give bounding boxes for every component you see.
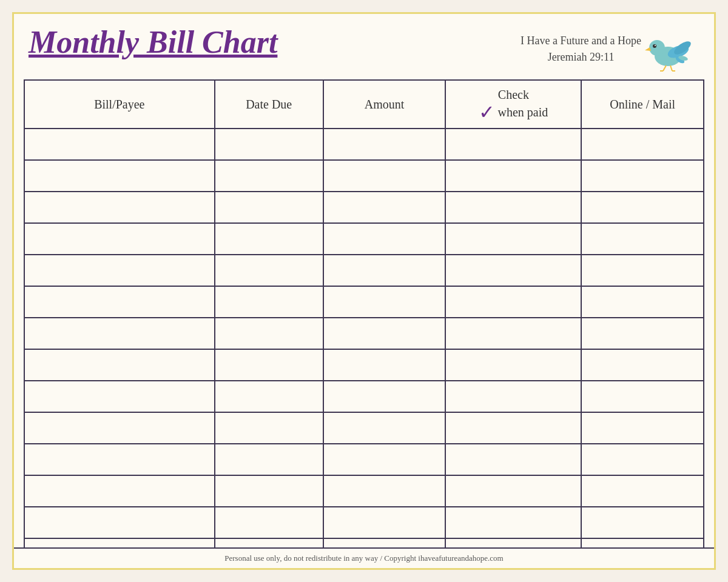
- table-row[interactable]: [24, 381, 704, 412]
- table-cell[interactable]: [323, 129, 446, 160]
- table-cell[interactable]: [215, 160, 323, 192]
- table-cell[interactable]: [24, 475, 215, 507]
- tagline-line1: I Have a Future and a Hope: [521, 35, 641, 47]
- table-cell[interactable]: [24, 381, 215, 412]
- table-cell[interactable]: [24, 444, 215, 475]
- page: Monthly Bill Chart I Have a Future and a…: [12, 12, 716, 570]
- col-header-amount: Amount: [323, 80, 446, 129]
- table-cell[interactable]: [215, 286, 323, 318]
- table-cell[interactable]: [215, 255, 323, 286]
- table-cell[interactable]: [24, 349, 215, 381]
- table-row[interactable]: [24, 129, 704, 160]
- table-cell[interactable]: [445, 255, 581, 286]
- table-cell[interactable]: [323, 318, 446, 349]
- table-cell[interactable]: [24, 507, 215, 538]
- table-cell[interactable]: [581, 412, 704, 444]
- table-row[interactable]: [24, 412, 704, 444]
- table-cell[interactable]: [24, 286, 215, 318]
- table-cell[interactable]: [581, 255, 704, 286]
- table-cell[interactable]: [24, 318, 215, 349]
- table-row[interactable]: [24, 160, 704, 192]
- table-row[interactable]: [24, 475, 704, 507]
- table-cell[interactable]: [323, 349, 446, 381]
- table-cell[interactable]: [581, 381, 704, 412]
- table-container: Bill/Payee Date Due Amount Check ✓ when …: [14, 79, 714, 547]
- table-row[interactable]: [24, 538, 704, 547]
- table-cell[interactable]: [581, 223, 704, 255]
- table-cell[interactable]: [445, 538, 581, 547]
- table-cell[interactable]: [445, 444, 581, 475]
- table-cell[interactable]: [445, 160, 581, 192]
- table-cell[interactable]: [323, 412, 446, 444]
- svg-point-4: [655, 45, 656, 46]
- table-cell[interactable]: [445, 129, 581, 160]
- table-cell[interactable]: [323, 160, 446, 192]
- check-header-top: Check: [498, 87, 529, 102]
- table-cell[interactable]: [581, 444, 704, 475]
- check-header-content: Check ✓ when paid: [446, 87, 581, 122]
- table-cell[interactable]: [581, 475, 704, 507]
- table-row[interactable]: [24, 444, 704, 475]
- table-cell[interactable]: [445, 507, 581, 538]
- table-row[interactable]: [24, 318, 704, 349]
- table-cell[interactable]: [215, 412, 323, 444]
- table-cell[interactable]: [215, 538, 323, 547]
- table-cell[interactable]: [323, 444, 446, 475]
- table-row[interactable]: [24, 507, 704, 538]
- table-cell[interactable]: [445, 475, 581, 507]
- svg-line-10: [670, 65, 672, 71]
- table-cell[interactable]: [215, 349, 323, 381]
- table-cell[interactable]: [581, 318, 704, 349]
- table-cell[interactable]: [24, 129, 215, 160]
- table-cell[interactable]: [581, 286, 704, 318]
- table-cell[interactable]: [215, 192, 323, 223]
- table-cell[interactable]: [581, 160, 704, 192]
- table-cell[interactable]: [24, 160, 215, 192]
- table-cell[interactable]: [445, 192, 581, 223]
- table-cell[interactable]: [323, 507, 446, 538]
- table-row[interactable]: [24, 286, 704, 318]
- table-cell[interactable]: [24, 538, 215, 547]
- table-cell[interactable]: [581, 538, 704, 547]
- col-header-bill: Bill/Payee: [24, 80, 215, 129]
- table-cell[interactable]: [24, 412, 215, 444]
- table-row[interactable]: [24, 192, 704, 223]
- table-cell[interactable]: [215, 444, 323, 475]
- table-cell[interactable]: [581, 507, 704, 538]
- header: Monthly Bill Chart I Have a Future and a…: [14, 14, 714, 79]
- table-cell[interactable]: [445, 412, 581, 444]
- table-cell[interactable]: [445, 223, 581, 255]
- table-cell[interactable]: [24, 192, 215, 223]
- check-header-bottom: when paid: [497, 104, 548, 120]
- table-cell[interactable]: [215, 507, 323, 538]
- table-cell[interactable]: [445, 318, 581, 349]
- table-cell[interactable]: [323, 286, 446, 318]
- footer-text: Personal use only, do not redistribute i…: [224, 554, 503, 563]
- table-cell[interactable]: [323, 192, 446, 223]
- table-cell[interactable]: [24, 223, 215, 255]
- table-cell[interactable]: [215, 381, 323, 412]
- table-cell[interactable]: [215, 129, 323, 160]
- svg-point-1: [649, 40, 665, 56]
- table-row[interactable]: [24, 223, 704, 255]
- table-cell[interactable]: [215, 223, 323, 255]
- col-header-check: Check ✓ when paid: [445, 80, 581, 129]
- table-cell[interactable]: [445, 286, 581, 318]
- table-cell[interactable]: [445, 381, 581, 412]
- table-row[interactable]: [24, 349, 704, 381]
- table-cell[interactable]: [445, 349, 581, 381]
- table-cell[interactable]: [323, 381, 446, 412]
- table-cell[interactable]: [581, 129, 704, 160]
- table-cell[interactable]: [323, 475, 446, 507]
- table-row[interactable]: [24, 255, 704, 286]
- table-cell[interactable]: [215, 475, 323, 507]
- table-cell[interactable]: [24, 255, 215, 286]
- table-cell[interactable]: [215, 318, 323, 349]
- page-title: Monthly Bill Chart: [29, 25, 277, 59]
- table-cell[interactable]: [323, 223, 446, 255]
- table-cell[interactable]: [323, 255, 446, 286]
- table-cell[interactable]: [323, 538, 446, 547]
- table-cell[interactable]: [581, 349, 704, 381]
- table-cell[interactable]: [581, 192, 704, 223]
- check-header-row: ✓ when paid: [479, 102, 548, 122]
